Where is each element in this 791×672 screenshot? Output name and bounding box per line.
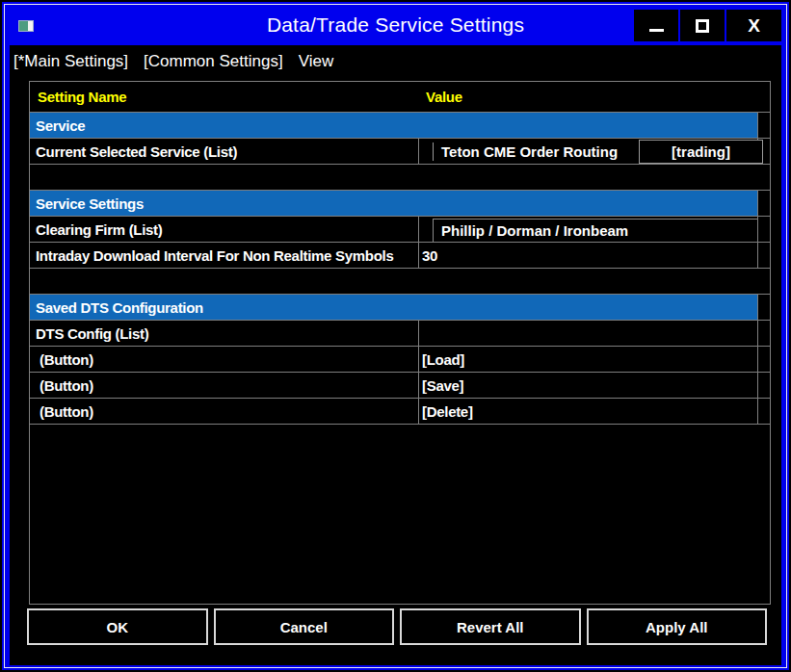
setting-value-cell[interactable]: Phillip / Dorman / Ironbeam (418, 217, 757, 242)
setting-name-cell: (Button) (30, 373, 418, 398)
close-button[interactable]: X (726, 10, 781, 41)
spacer-row (30, 165, 770, 191)
section-label: Saved DTS Configuration (30, 295, 757, 320)
spare-cell (757, 373, 770, 398)
window-body: [*Main Settings] [Common Settings] View … (10, 45, 781, 665)
load-button-cell[interactable]: [Load] (418, 347, 757, 372)
setting-value-cell[interactable]: 30 (418, 243, 757, 268)
setting-row-save-button[interactable]: (Button) [Save] (30, 373, 770, 399)
section-header-saved-dts-configuration: Saved DTS Configuration (30, 295, 770, 321)
spare-cell (757, 113, 770, 138)
setting-name-cell: (Button) (30, 399, 418, 424)
settings-window: Data/Trade Service Settings X [*Main Set… (0, 0, 791, 672)
spare-cell (757, 243, 770, 268)
section-header-service-settings: Service Settings (30, 191, 770, 217)
setting-name-cell: Intraday Download Interval For Non Realt… (30, 243, 418, 268)
column-header-setting-name: Setting Name (30, 82, 418, 112)
section-label: Service Settings (30, 191, 757, 216)
revert-all-button[interactable]: Revert All (400, 608, 581, 645)
section-label: Service (30, 113, 757, 138)
clearing-firm-dropdown[interactable]: Phillip / Dorman / Ironbeam (433, 219, 757, 242)
minimize-button[interactable] (634, 10, 678, 41)
window-controls: X (634, 10, 781, 41)
selected-service-value: Teton CME Order Routing (441, 143, 618, 160)
clearing-firm-value: Phillip / Dorman / Ironbeam (441, 222, 628, 239)
setting-value-cell[interactable]: Teton CME Order Routing [trading] (418, 139, 757, 164)
spare-cell (757, 295, 770, 320)
titlebar: Data/Trade Service Settings X (10, 8, 781, 45)
spare-cell (757, 217, 770, 242)
spare-cell (757, 191, 770, 216)
setting-row-dts-config[interactable]: DTS Config (List) (30, 321, 770, 347)
setting-row-delete-button[interactable]: (Button) [Delete] (30, 399, 770, 425)
setting-row-intraday-interval[interactable]: Intraday Download Interval For Non Realt… (30, 243, 770, 269)
setting-name-cell: Current Selected Service (List) (30, 139, 418, 164)
spacer-row (30, 269, 770, 295)
menu-item-common-settings[interactable]: [Common Settings] (144, 52, 283, 71)
menubar: [*Main Settings] [Common Settings] View (10, 45, 781, 77)
setting-name-cell: Clearing Firm (List) (30, 217, 418, 242)
trading-tag[interactable]: [trading] (639, 140, 763, 164)
ok-button[interactable]: OK (27, 608, 208, 645)
setting-row-load-button[interactable]: (Button) [Load] (30, 347, 770, 373)
cancel-button[interactable]: Cancel (214, 608, 395, 645)
apply-all-button[interactable]: Apply All (587, 608, 768, 645)
setting-value-cell[interactable] (418, 321, 757, 346)
spare-cell (757, 399, 770, 424)
save-button-cell[interactable]: [Save] (418, 373, 757, 398)
menu-item-view[interactable]: View (299, 52, 334, 71)
spare-cell (757, 321, 770, 346)
settings-table: Setting Name Value Service Current Selec… (29, 81, 771, 605)
value-control-edge (433, 142, 434, 161)
setting-row-current-selected-service[interactable]: Current Selected Service (List) Teton CM… (30, 139, 770, 165)
section-header-service: Service (30, 113, 770, 139)
minimize-icon (649, 29, 664, 32)
menu-item-main-settings[interactable]: [*Main Settings] (13, 52, 128, 71)
column-header-value: Value (418, 82, 770, 112)
close-icon: X (748, 15, 760, 37)
spare-cell (757, 347, 770, 372)
table-empty-area (30, 425, 770, 604)
setting-name-cell: (Button) (30, 347, 418, 372)
maximize-icon (696, 19, 709, 33)
footer-button-bar: OK Cancel Revert All Apply All (27, 608, 767, 645)
table-header-row: Setting Name Value (30, 82, 770, 113)
maximize-button[interactable] (680, 10, 725, 41)
setting-name-cell: DTS Config (List) (30, 321, 418, 346)
setting-row-clearing-firm[interactable]: Clearing Firm (List) Phillip / Dorman / … (30, 217, 770, 243)
delete-button-cell[interactable]: [Delete] (418, 399, 757, 424)
